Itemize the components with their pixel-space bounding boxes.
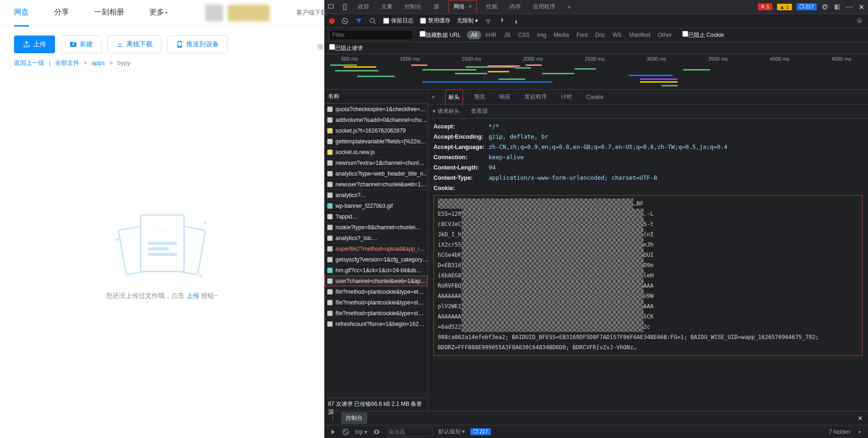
messages-badge[interactable]: ❐ 217 — [797, 3, 817, 10]
request-row[interactable]: ?appid… — [324, 211, 427, 222]
breadcrumb-item[interactable]: apps — [91, 59, 105, 66]
upload-har-icon[interactable] — [498, 17, 506, 25]
execute-icon[interactable] — [329, 428, 336, 436]
cloud-tab-album[interactable]: 一刻相册 — [94, 7, 124, 18]
console-filter-input[interactable] — [386, 427, 433, 437]
request-row[interactable]: addvolume?isadd=0&channel=chu… — [324, 114, 427, 125]
log-level-select[interactable]: 默认级别 ▾ — [438, 428, 465, 436]
clear-icon[interactable] — [341, 17, 349, 25]
filter-type-js[interactable]: JS — [500, 31, 514, 39]
clear-console-icon[interactable] — [342, 428, 350, 436]
blocked-cookies-checkbox[interactable]: 已阻止 Cookie — [682, 31, 724, 39]
gear-icon[interactable] — [856, 17, 863, 25]
request-row[interactable]: newuser?channel=chunlei&web=1… — [324, 179, 427, 190]
download-client-link[interactable]: 客户端下载 — [296, 8, 327, 17]
console-tab[interactable]: 控制台 — [341, 412, 367, 424]
warning-badge[interactable]: ▲ 1 — [777, 4, 792, 10]
filter-type-ws[interactable]: WS — [609, 31, 625, 39]
detail-tab-preview[interactable]: 预览 — [471, 90, 488, 104]
request-row[interactable]: file?method=plantcookie&type=st… — [324, 297, 427, 308]
request-row[interactable]: analytics?… — [324, 190, 427, 200]
empty-upload-link[interactable]: 上传 — [186, 292, 199, 299]
filter-type-css[interactable]: CSS — [514, 31, 533, 39]
throttle-select[interactable]: 无限制 ▾ — [457, 17, 478, 25]
detail-tab-cookies[interactable]: Cookie — [583, 91, 606, 104]
close-icon[interactable] — [858, 3, 865, 11]
devtools-tab[interactable]: 元素 — [378, 0, 395, 14]
detail-tab-response[interactable]: 响应 — [497, 90, 513, 104]
request-row[interactable]: socket.io.new.js — [324, 147, 427, 157]
filter-type-doc[interactable]: Doc — [591, 31, 609, 39]
devtools-tab[interactable]: 性能 — [483, 0, 500, 14]
filter-type-media[interactable]: Media — [550, 31, 573, 39]
breadcrumb-all[interactable]: 全部文件 — [55, 59, 79, 66]
request-row[interactable]: quota?checkexpire=1&checkfree=… — [324, 104, 427, 114]
breadcrumb-back[interactable]: 返回上一级 — [14, 59, 44, 66]
request-row[interactable]: socket.js?t=1626762062879 — [324, 125, 427, 136]
context-select[interactable]: top ▾ — [355, 429, 367, 435]
filter-type-other[interactable]: Other — [654, 31, 676, 39]
detail-tab-timing[interactable]: 计时 — [558, 90, 575, 104]
search-icon[interactable] — [369, 17, 377, 25]
filter-type-font[interactable]: Font — [573, 31, 591, 39]
request-row[interactable]: analytics?type=web_header_title_n… — [324, 168, 427, 179]
request-row[interactable]: newnum?extra=1&channel=chunl… — [324, 157, 427, 168]
network-timeline[interactable]: 500 ms1000 ms1500 ms2000 ms2500 ms3000 m… — [324, 54, 868, 90]
devtools-tab[interactable]: 内存 — [507, 0, 524, 14]
cloud-tab-more[interactable]: 更多▾ — [149, 7, 168, 18]
device-toggle-icon[interactable] — [341, 3, 349, 11]
request-row[interactable]: refreshcount?force=1&begin=162… — [324, 318, 427, 329]
request-list-header[interactable]: 名称 — [324, 90, 427, 104]
user-area[interactable] — [205, 5, 270, 21]
filter-type-img[interactable]: Img — [533, 31, 550, 39]
devtools-tab[interactable]: 欢迎 — [355, 0, 372, 14]
request-row[interactable]: user?channel=chunlei&web=1&ap… — [324, 276, 427, 286]
devtools-tab-network[interactable]: 网络 — [448, 0, 477, 14]
download-har-icon[interactable] — [512, 17, 520, 25]
dock-icon[interactable] — [833, 3, 841, 11]
request-row[interactable]: hm.gif?cc=1&ck=1&cl=24-bit&ds… — [324, 265, 427, 276]
error-badge[interactable]: ✕ 1 — [758, 3, 772, 10]
devtools-tab[interactable]: 源 — [431, 0, 442, 14]
push-device-button[interactable]: 推送到设备 — [167, 35, 228, 53]
request-row[interactable]: file?method=plantcookie&type=st… — [324, 308, 427, 318]
filter-icon[interactable] — [355, 17, 363, 25]
more-icon[interactable] — [846, 3, 853, 11]
search-stub[interactable]: 搜 — [317, 43, 323, 51]
request-row[interactable]: wp-banner_f2270b3.gif — [324, 200, 427, 211]
close-detail-icon[interactable]: × — [432, 94, 435, 100]
filter-input[interactable] — [329, 30, 413, 40]
record-button[interactable] — [329, 18, 335, 24]
gear-icon[interactable] — [821, 3, 829, 11]
view-source-link[interactable]: 查看源 — [471, 107, 488, 115]
filter-type-manifest[interactable]: Manifest — [625, 31, 654, 39]
request-row[interactable]: file?method=plantcookie&type=et… — [324, 286, 427, 297]
upload-button[interactable]: 上传 — [14, 35, 55, 53]
request-row[interactable]: getsyscfg?version=1&cfg_category… — [324, 254, 427, 265]
cloud-tab-disk[interactable]: 网盘 — [14, 7, 29, 18]
overflow-icon[interactable]: » — [565, 1, 574, 13]
filter-type-xhr[interactable]: XHR — [481, 31, 500, 39]
wifi-icon[interactable] — [484, 17, 492, 25]
hide-data-urls-checkbox[interactable]: 隐藏数据 URL — [420, 31, 461, 39]
devtools-tab[interactable]: 控制台 — [402, 0, 424, 14]
request-row[interactable]: gettemplatevariable?fields=[%22is… — [324, 136, 427, 147]
detail-tab-initiator[interactable]: 发起程序 — [522, 90, 550, 104]
console-messages-badge[interactable]: ❐ 217 — [470, 428, 490, 435]
request-headers-section[interactable]: ▾请求标头 查看源 — [428, 105, 868, 119]
preserve-log-checkbox[interactable]: 保留日志 — [383, 17, 413, 25]
close-icon[interactable]: × — [858, 414, 862, 423]
detail-tab-headers[interactable]: 标头 — [445, 90, 463, 105]
gear-icon[interactable] — [856, 428, 863, 436]
more-icon[interactable]: ⋮ — [330, 415, 336, 422]
request-row[interactable]: rookie?type=8&channel=chunlei… — [324, 222, 427, 233]
inspect-icon[interactable] — [327, 3, 335, 11]
offline-download-button[interactable]: 离线下载 — [107, 35, 161, 53]
request-row[interactable]: superfile2?method=upload&app_i… — [324, 243, 427, 254]
eye-icon[interactable] — [373, 428, 380, 436]
filter-type-all[interactable]: All — [467, 31, 481, 39]
blocked-requests-checkbox[interactable]: 已阻止请求 — [329, 44, 363, 52]
devtools-tab[interactable]: 应用程序 — [530, 0, 558, 14]
request-row[interactable]: analytics?_lsic… — [324, 233, 427, 243]
disable-cache-checkbox[interactable]: 禁用缓存 — [420, 17, 450, 25]
